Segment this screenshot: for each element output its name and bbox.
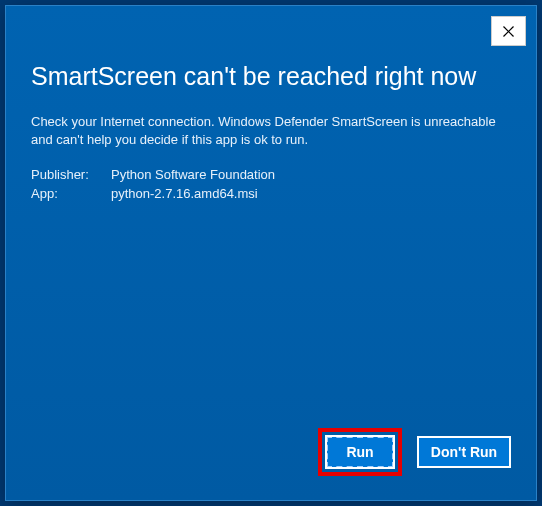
dialog-message: Check your Internet connection. Windows … — [31, 113, 511, 149]
run-highlight-box: Run — [318, 428, 402, 476]
app-value: python-2.7.16.amd64.msi — [111, 186, 511, 201]
publisher-value: Python Software Foundation — [111, 167, 511, 182]
button-row: Run Don't Run — [318, 428, 511, 476]
close-button[interactable] — [491, 16, 526, 46]
publisher-row: Publisher: Python Software Foundation — [31, 167, 511, 182]
dont-run-button[interactable]: Don't Run — [417, 436, 511, 468]
run-button[interactable]: Run — [326, 436, 394, 468]
close-icon — [503, 26, 514, 37]
app-label: App: — [31, 186, 111, 201]
app-row: App: python-2.7.16.amd64.msi — [31, 186, 511, 201]
dialog-details: Publisher: Python Software Foundation Ap… — [31, 167, 511, 201]
publisher-label: Publisher: — [31, 167, 111, 182]
dialog-title: SmartScreen can't be reached right now — [31, 61, 511, 91]
smartscreen-dialog: SmartScreen can't be reached right now C… — [5, 5, 537, 501]
dialog-content: SmartScreen can't be reached right now C… — [6, 6, 536, 230]
